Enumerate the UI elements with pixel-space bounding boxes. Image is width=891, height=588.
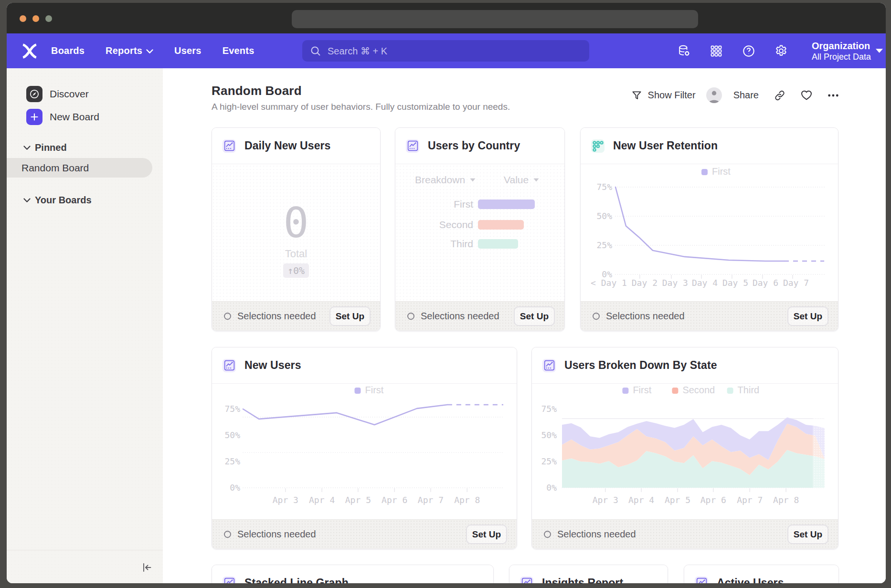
zoom-window-button[interactable] [45,15,52,22]
chevron-down-icon [146,49,153,54]
page-subtitle: A high-level summary of user behaviors. … [212,102,510,112]
share-button[interactable]: Share [733,90,759,101]
sidebar: Discover New Board Pinned Random Board Y… [7,68,163,583]
nav-item-events[interactable]: Events [223,45,255,56]
card-header: Users by Country [395,128,564,164]
card-body: FirstSecondThird75%50%25%0%Apr 3Apr 4Apr… [532,384,838,519]
card-header: New User Retention [581,128,838,164]
data-management-icon[interactable] [677,44,690,58]
set-up-button[interactable]: Set Up [787,525,828,544]
search-icon [310,45,321,57]
board-main: Random Board A high-level summary of use… [163,68,886,583]
metric-value: 0 [212,202,380,244]
nav-menu: Boards Reports Users Events [51,33,254,68]
line-chart-icon [223,577,236,584]
close-window-button[interactable] [20,15,26,22]
more-options-icon[interactable] [827,90,839,101]
sidebar-section-your-boards[interactable]: Your Boards [23,195,163,206]
status-text: Selections needed [557,529,636,540]
collapse-sidebar-icon[interactable] [141,562,153,573]
card-new-users[interactable]: New Users First75%50%25%0%Apr 3Apr 4Apr … [212,347,517,549]
sidebar-item-discover[interactable]: Discover [26,86,163,102]
card-footer: Selections needed Set Up [212,301,380,331]
card-footer: Selections needed Set Up [212,519,517,549]
svg-text:50%: 50% [596,211,612,221]
set-up-button[interactable]: Set Up [514,306,555,326]
card-footer: Selections needed Set Up [395,301,564,331]
card-body: 0 Total ↑0% [212,165,380,301]
show-filter-button[interactable]: Show Filter [631,90,696,101]
nav-item-users[interactable]: Users [174,45,202,56]
svg-text:Third: Third [738,385,760,395]
value-column-header[interactable]: Value [504,174,539,186]
card-header: New Users [212,347,517,384]
status-radio-icon [407,313,414,320]
svg-text:0%: 0% [230,483,240,493]
svg-text:Apr 5: Apr 5 [345,495,371,505]
card-body: First75%50%25%0%< Day 1Day 2Day 3Day 4Da… [581,165,838,301]
mixpanel-logo-icon[interactable] [20,42,39,60]
sidebar-item-new-board[interactable]: New Board [26,109,163,125]
breakdown-bar [478,220,524,230]
help-icon[interactable] [742,44,755,58]
sidebar-footer [7,550,163,583]
svg-text:Day 4: Day 4 [692,278,718,288]
set-up-button[interactable]: Set Up [787,306,828,326]
svg-text:75%: 75% [224,404,240,414]
card-body: First75%50%25%0%Apr 3Apr 4Apr 5Apr 6Apr … [212,384,517,519]
settings-gear-icon[interactable] [774,44,788,58]
card-active-users[interactable]: Active Users [684,565,839,583]
card-header: Daily New Users [212,128,380,164]
card-daily-new-users[interactable]: Daily New Users 0 Total ↑0% Selections n… [212,127,381,331]
svg-text:Apr 8: Apr 8 [773,495,799,505]
org-switcher[interactable]: Organization All Project Data [812,33,883,68]
caret-down-icon [533,178,539,182]
card-footer: Selections needed Set Up [581,301,838,331]
nav-item-reports[interactable]: Reports [106,45,153,56]
search-input[interactable]: Search ⌘ + K [302,40,589,62]
svg-text:Day 3: Day 3 [662,278,688,288]
svg-text:0%: 0% [546,483,557,493]
address-bar[interactable] [292,10,698,28]
svg-text:< Day 1: < Day 1 [591,278,627,288]
traffic-lights [20,15,52,22]
org-name: Organization [812,40,871,52]
svg-text:Day 5: Day 5 [722,278,748,288]
line-chart-icon [223,359,236,372]
set-up-button[interactable]: Set Up [466,525,507,544]
favorite-heart-icon[interactable] [801,90,812,101]
card-stacked-line-graph[interactable]: Stacked Line Graph [212,565,494,583]
line-chart-icon [695,577,708,584]
copy-link-icon[interactable] [774,90,785,101]
search-placeholder: Search ⌘ + K [328,45,387,57]
svg-text:Apr 4: Apr 4 [309,495,335,505]
sidebar-section-pinned[interactable]: Pinned [23,142,163,153]
svg-text:75%: 75% [541,404,557,414]
avatar[interactable] [706,87,722,103]
line-chart-icon [406,139,419,153]
svg-text:Apr 5: Apr 5 [665,495,690,505]
card-insights-report[interactable]: Insights Report [509,565,668,583]
line-chart-icon [520,577,533,584]
minimize-window-button[interactable] [32,15,39,22]
nav-utility-icons [677,33,788,68]
org-project: All Project Data [812,52,871,62]
set-up-button[interactable]: Set Up [329,306,371,326]
status-radio-icon [224,313,231,320]
card-new-user-retention[interactable]: New User Retention First75%50%25%0%< Day… [580,127,838,331]
apps-grid-icon[interactable] [710,44,723,58]
line-chart-icon [542,359,556,372]
chevron-down-icon [23,146,31,150]
card-header: Active Users [684,565,838,583]
metric-delta-badge: ↑0% [283,263,309,278]
breakdown-bar [478,239,518,249]
status-radio-icon [544,531,551,538]
svg-text:25%: 25% [596,240,612,250]
metric-label: Total [212,248,380,260]
breakdown-column-header[interactable]: Breakdown [415,174,476,186]
card-users-broken-down-by-state[interactable]: Users Broken Down By State FirstSecondTh… [531,347,838,549]
nav-item-boards[interactable]: Boards [51,45,85,56]
card-users-by-country[interactable]: Users by Country Breakdown Value [395,127,565,331]
sidebar-item-random-board[interactable]: Random Board [7,158,152,178]
filter-funnel-icon [631,90,642,101]
